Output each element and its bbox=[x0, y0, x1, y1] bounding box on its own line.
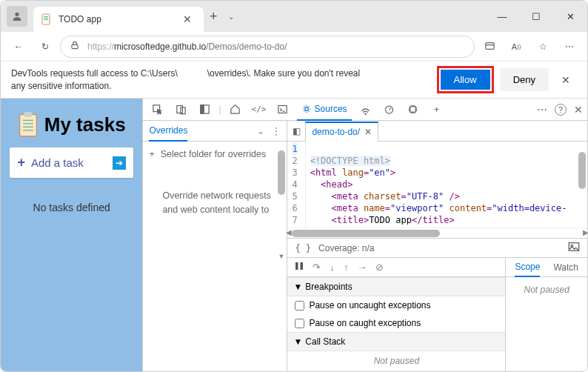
pause-icon[interactable] bbox=[295, 262, 304, 273]
deny-button[interactable]: Deny bbox=[500, 68, 549, 91]
address-bar: ← ↻ https://microsoftedge.github.io/Demo… bbox=[1, 32, 587, 62]
horizontal-scrollbar[interactable]: ◀▶ bbox=[287, 227, 587, 238]
source-editor: ◧ demo-to-do/ ✕ 1 2 3 4 5 6 7 bbox=[287, 121, 587, 372]
devtools-panel: | </> Sources + ⋯ ? ✕ Overrides bbox=[142, 99, 587, 372]
debugger-left: ↷ ↓ ↑ → ⊘ ▼ Breakpoints Pause on uncaugh… bbox=[287, 258, 506, 372]
memory-tab-icon[interactable] bbox=[404, 101, 423, 119]
browser-tab[interactable]: TODO app ✕ bbox=[33, 7, 204, 32]
devtools-close-icon[interactable]: ✕ bbox=[574, 104, 583, 116]
profile-avatar[interactable] bbox=[7, 6, 27, 27]
svg-rect-2 bbox=[44, 16, 48, 17]
debugger-toolbar: ↷ ↓ ↑ → ⊘ bbox=[287, 258, 505, 277]
app-mode-icon[interactable] bbox=[478, 35, 501, 59]
scope-tab[interactable]: Scope bbox=[515, 262, 540, 277]
callstack-section[interactable]: ▼ Call Stack bbox=[287, 332, 505, 351]
sources-tab[interactable]: Sources bbox=[297, 99, 352, 121]
reading-mode-icon[interactable]: A)) bbox=[504, 35, 528, 59]
add-task-input[interactable]: + Add a task ➔ bbox=[10, 147, 133, 178]
network-tab-icon[interactable] bbox=[356, 101, 375, 119]
svg-rect-22 bbox=[410, 107, 416, 113]
open-file-tab[interactable]: demo-to-do/ ✕ bbox=[305, 122, 378, 142]
file-nav-toggle-icon[interactable]: ◧ bbox=[287, 126, 305, 136]
console-tab-icon[interactable] bbox=[273, 101, 293, 119]
close-window-button[interactable]: ✕ bbox=[553, 1, 587, 32]
inspect-icon[interactable] bbox=[147, 101, 167, 119]
pretty-print-icon[interactable]: { } bbox=[295, 243, 311, 253]
svg-rect-5 bbox=[72, 44, 78, 48]
permission-bar: DevTools requests full access to C:\User… bbox=[1, 62, 587, 99]
nav-scrollbar[interactable]: ▼ bbox=[276, 142, 287, 260]
app-header: My tasks bbox=[18, 104, 126, 147]
devtools-more-icon[interactable]: ⋯ bbox=[537, 104, 547, 116]
refresh-button[interactable]: ↻ bbox=[33, 35, 57, 59]
coverage-label: Coverage: n/a bbox=[318, 243, 374, 253]
back-button[interactable]: ← bbox=[7, 35, 30, 59]
deactivate-breakpoints-icon[interactable]: ⊘ bbox=[375, 262, 384, 273]
tab-title: TODO app bbox=[59, 14, 178, 24]
window-controls: ― ☐ ✕ bbox=[485, 1, 587, 32]
new-tab-button[interactable]: + bbox=[204, 9, 224, 24]
svg-rect-18 bbox=[278, 106, 287, 113]
lock-icon bbox=[70, 40, 80, 53]
svg-rect-6 bbox=[485, 43, 493, 50]
watch-tab[interactable]: Watch bbox=[553, 262, 578, 273]
status-bar: { } Coverage: n/a bbox=[287, 238, 587, 257]
plus-icon: + bbox=[149, 149, 154, 159]
overrides-description: Override network requests and web conten… bbox=[143, 167, 287, 225]
clipboard-icon bbox=[18, 112, 39, 137]
add-panel-icon[interactable]: + bbox=[427, 101, 447, 119]
close-file-icon[interactable]: ✕ bbox=[364, 127, 372, 137]
welcome-tab-icon[interactable] bbox=[226, 101, 245, 119]
submit-task-icon[interactable]: ➔ bbox=[113, 156, 126, 170]
pause-caught-checkbox[interactable]: Pause on caught exceptions bbox=[287, 314, 505, 332]
url-text: https://microsoftedge.github.io/Demos/de… bbox=[87, 41, 287, 52]
device-toggle-icon[interactable] bbox=[171, 101, 190, 119]
app-title: My tasks bbox=[44, 113, 126, 136]
url-box[interactable]: https://microsoftedge.github.io/Demos/de… bbox=[60, 36, 475, 58]
allow-button[interactable]: Allow bbox=[441, 70, 490, 90]
svg-rect-25 bbox=[295, 262, 298, 270]
favorite-icon[interactable]: ☆ bbox=[531, 35, 555, 59]
dock-icon[interactable] bbox=[195, 101, 214, 119]
svg-rect-17 bbox=[201, 105, 204, 113]
page-icon bbox=[41, 13, 53, 25]
step-out-icon[interactable]: ↑ bbox=[344, 262, 349, 273]
select-folder-button[interactable]: + Select folder for overrides bbox=[143, 142, 287, 167]
step-over-icon[interactable]: ↷ bbox=[313, 262, 321, 273]
maximize-button[interactable]: ☐ bbox=[519, 1, 553, 32]
nav-more-icon[interactable]: ⋮ bbox=[272, 126, 281, 136]
tab-close-icon[interactable]: ✕ bbox=[178, 12, 196, 27]
allow-highlight: Allow bbox=[437, 66, 494, 93]
svg-point-20 bbox=[365, 113, 366, 114]
line-gutter: 1 2 3 4 5 6 7 bbox=[287, 142, 305, 227]
more-menu-icon[interactable]: ⋯ bbox=[558, 35, 581, 59]
step-icon[interactable]: → bbox=[357, 262, 367, 273]
image-preview-icon[interactable] bbox=[568, 242, 580, 254]
breakpoints-section[interactable]: ▼ Breakpoints bbox=[287, 277, 505, 296]
tab-dropdown-icon[interactable]: ⌄ bbox=[224, 13, 238, 21]
devtools-help-icon[interactable]: ? bbox=[555, 104, 567, 116]
add-task-placeholder: Add a task bbox=[31, 156, 113, 169]
svg-point-19 bbox=[304, 107, 308, 110]
vertical-scrollbar[interactable] bbox=[577, 142, 587, 227]
svg-rect-7 bbox=[19, 114, 36, 136]
sources-navigator: Overrides ⌄⋮ + Select folder for overrid… bbox=[143, 121, 287, 372]
code-lines: <!DOCTYPE html> <html lang="en"> <head> … bbox=[306, 142, 572, 225]
pause-uncaught-checkbox[interactable]: Pause on uncaught exceptions bbox=[287, 296, 505, 314]
minimize-button[interactable]: ― bbox=[485, 1, 519, 32]
svg-rect-4 bbox=[44, 19, 48, 20]
elements-tab-icon[interactable]: </> bbox=[250, 101, 269, 119]
chevron-down-icon[interactable]: ⌄ bbox=[257, 126, 264, 136]
code-area[interactable]: 1 2 3 4 5 6 7 <!DOCTYPE html> <html lang… bbox=[287, 142, 587, 227]
permission-message: DevTools requests full access to C:\User… bbox=[11, 67, 360, 91]
devtools-tabstrip: | </> Sources + ⋯ ? ✕ bbox=[143, 99, 587, 121]
overrides-tab[interactable]: Overrides bbox=[149, 125, 187, 142]
performance-tab-icon[interactable] bbox=[380, 101, 399, 119]
debugger-right: Scope Watch Not paused bbox=[506, 258, 587, 372]
svg-rect-3 bbox=[44, 18, 48, 19]
svg-point-0 bbox=[15, 13, 19, 16]
scope-not-paused: Not paused bbox=[506, 277, 587, 302]
step-into-icon[interactable]: ↓ bbox=[330, 262, 335, 273]
permission-close-icon[interactable]: ✕ bbox=[555, 71, 577, 89]
todo-app-panel: My tasks + Add a task ➔ No tasks defined bbox=[1, 99, 142, 372]
